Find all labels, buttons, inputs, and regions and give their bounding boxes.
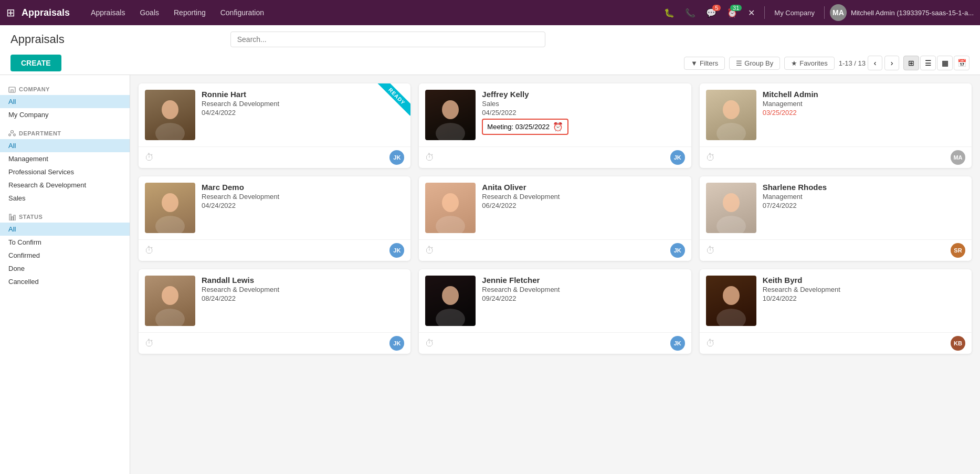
sidebar-item-dept-all[interactable]: All [0, 139, 130, 152]
card-body: Keith Byrd Research & Development 10/24/… [700, 269, 972, 332]
svg-point-14 [723, 193, 740, 212]
page-title: Appraisals [10, 33, 65, 46]
person-illustration [145, 183, 195, 233]
card-dept: Research & Development [482, 193, 684, 201]
card-mitchell-admin[interactable]: Mitchell Admin Management 03/25/2022 ⏱ M… [700, 83, 972, 168]
page-header: Appraisals CREATE ▼ Filters ☰ Group By ★… [0, 25, 980, 75]
person-svg [151, 94, 189, 140]
card-footer: ⏱ SR [700, 239, 972, 261]
filters-button[interactable]: ▼ Filters [684, 57, 725, 70]
department-icon [8, 130, 16, 137]
card-name: Marc Demo [202, 183, 404, 192]
card-photo [706, 90, 756, 140]
card-avatar[interactable]: KB [951, 336, 965, 351]
svg-point-13 [436, 216, 465, 233]
filter-icon: ▼ [691, 59, 698, 67]
nav-configuration[interactable]: Configuration [214, 6, 270, 19]
card-avatar[interactable]: JK [670, 150, 685, 165]
card-ronnie-hart[interactable]: READY Ronnie Hart Research & Development… [139, 83, 410, 168]
card-body: Marc Demo Research & Development 04/24/2… [139, 176, 410, 239]
card-avatar[interactable]: MA [951, 150, 965, 165]
card-date: 04/25/2022 [482, 109, 684, 117]
sidebar-item-status-all[interactable]: All [0, 223, 130, 236]
nav-reporting[interactable]: Reporting [167, 6, 212, 19]
calendar-view-button[interactable]: 📅 [954, 56, 970, 70]
sidebar-item-to-confirm[interactable]: To Confirm [0, 236, 130, 249]
card-jennie-fletcher[interactable]: Jennie Fletcher Research & Development 0… [419, 269, 691, 354]
person-svg [151, 280, 189, 326]
card-body: Jeffrey Kelly Sales 04/25/2022 Meeting: … [419, 83, 691, 146]
card-info: Anita Oliver Research & Development 06/2… [482, 183, 684, 233]
create-button[interactable]: CREATE [10, 55, 61, 71]
person-svg [712, 94, 750, 140]
user-avatar: MA [830, 4, 847, 21]
clock-icon: ⏱ [425, 245, 435, 256]
sidebar-item-confirmed[interactable]: Confirmed [0, 249, 130, 262]
clock-icon: ⏱ [145, 152, 154, 163]
kanban-view-button[interactable]: ⊞ [903, 56, 919, 70]
card-keith-byrd[interactable]: Keith Byrd Research & Development 10/24/… [700, 269, 972, 354]
bug-icon[interactable]: 🐛 [660, 6, 679, 20]
sidebar-item-research-development[interactable]: Research & Development [0, 178, 130, 192]
favorites-button[interactable]: ★ Favorites [784, 57, 834, 70]
ready-label: READY [377, 83, 410, 116]
card-anita-oliver[interactable]: Anita Oliver Research & Development 06/2… [419, 176, 691, 261]
card-date: 10/24/2022 [763, 294, 965, 302]
svg-point-11 [155, 216, 185, 233]
card-avatar[interactable]: JK [389, 150, 404, 165]
group-by-button[interactable]: ☰ Group By [729, 57, 780, 70]
app-grid-icon[interactable]: ⊞ [6, 6, 15, 19]
search-input[interactable] [230, 31, 545, 47]
nav-goals[interactable]: Goals [133, 6, 165, 19]
card-sharlene-rhodes[interactable]: Sharlene Rhodes Management 07/24/2022 ⏱ … [700, 176, 972, 261]
clock-icon: ⏱ [145, 338, 154, 349]
list-view-button[interactable]: ☰ [920, 56, 936, 70]
svg-point-8 [723, 100, 740, 119]
timer-icon[interactable]: ⏰ 31 [723, 6, 742, 20]
user-info[interactable]: MA Mitchell Admin (13933975-saas-15-1-a.… [830, 4, 974, 21]
department-section-title: DEPARTMENT [0, 125, 130, 139]
card-date: 09/24/2022 [482, 294, 684, 302]
card-avatar[interactable]: JK [389, 336, 404, 351]
svg-point-6 [442, 100, 459, 119]
sidebar-item-management[interactable]: Management [0, 152, 130, 165]
prev-page-button[interactable]: ‹ [868, 56, 882, 70]
card-avatar[interactable]: JK [389, 243, 404, 258]
next-page-button[interactable]: › [884, 56, 899, 70]
company-name[interactable]: My Company [774, 9, 815, 17]
person-illustration [706, 276, 756, 326]
card-randall-lewis[interactable]: Randall Lewis Research & Development 08/… [139, 269, 410, 354]
clock-icon: ⏱ [425, 152, 435, 163]
phone-icon[interactable]: 📞 [681, 6, 700, 20]
nav-appraisals[interactable]: Appraisals [85, 6, 131, 19]
meeting-box: Meeting: 03/25/2022 ⏰ [482, 119, 568, 135]
card-marc-demo[interactable]: Marc Demo Research & Development 04/24/2… [139, 176, 410, 261]
card-date: 08/24/2022 [202, 294, 404, 302]
person-illustration [145, 276, 195, 326]
card-body: Mitchell Admin Management 03/25/2022 [700, 83, 972, 146]
chat-icon[interactable]: 💬 5 [702, 6, 721, 20]
card-avatar[interactable]: JK [670, 243, 685, 258]
card-jeffrey-kelly[interactable]: Jeffrey Kelly Sales 04/25/2022 Meeting: … [419, 83, 691, 168]
sidebar-item-sales[interactable]: Sales [0, 192, 130, 205]
card-photo [145, 183, 195, 233]
clock-icon: ⏱ [145, 245, 154, 256]
sidebar-item-professional-services[interactable]: Professional Services [0, 165, 130, 178]
card-footer: ⏱ JK [139, 332, 410, 354]
close-icon[interactable]: ✕ [744, 6, 759, 20]
cards-grid: READY Ronnie Hart Research & Development… [139, 83, 972, 354]
sidebar-item-my-company[interactable]: My Company [0, 108, 130, 121]
svg-point-3 [14, 134, 16, 136]
sidebar-item-done[interactable]: Done [0, 262, 130, 275]
person-illustration [425, 90, 476, 140]
table-view-button[interactable]: ▦ [937, 56, 953, 70]
card-name: Anita Oliver [482, 183, 684, 192]
card-avatar[interactable]: SR [951, 243, 965, 258]
card-avatar[interactable]: JK [670, 336, 685, 351]
pagination: 1-13 / 13 ‹ › [839, 56, 899, 70]
sidebar-item-cancelled[interactable]: Cancelled [0, 275, 130, 288]
clock-icon: ⏱ [706, 245, 715, 256]
card-footer: ⏱ JK [139, 146, 410, 168]
person-illustration [706, 90, 756, 140]
sidebar-item-company-all[interactable]: All [0, 95, 130, 108]
